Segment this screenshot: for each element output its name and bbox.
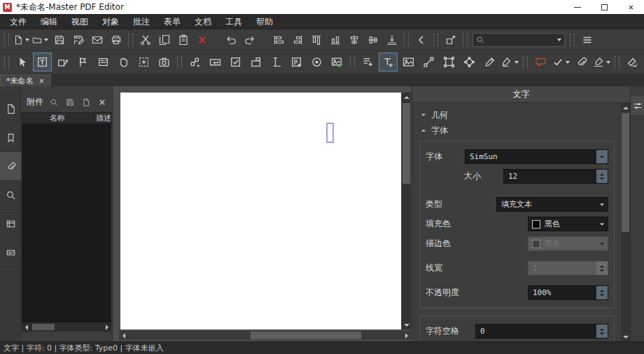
- delete-button[interactable]: [193, 32, 211, 48]
- toolbar-drag-handle[interactable]: [570, 34, 575, 46]
- document-page[interactable]: [120, 93, 401, 329]
- callout-tool-button[interactable]: [531, 53, 550, 72]
- dropdown-button[interactable]: [596, 198, 608, 211]
- canvas-horizontal-scrollbar[interactable]: [119, 331, 411, 340]
- select-tool-button[interactable]: [13, 53, 31, 72]
- bookmarks-panel-button[interactable]: [0, 123, 21, 152]
- dropdown-button[interactable]: [596, 217, 608, 231]
- scrollbar-thumb[interactable]: [251, 332, 361, 339]
- pages-panel-button[interactable]: [0, 95, 21, 123]
- center-horizontal-button[interactable]: [345, 32, 363, 48]
- layers-panel-button[interactable]: [0, 210, 21, 238]
- radio-button-tool-button[interactable]: [307, 53, 326, 72]
- column-description[interactable]: 描述: [94, 113, 112, 123]
- select-area-tool-button[interactable]: [134, 53, 153, 72]
- toolbar-drag-handle[interactable]: [433, 34, 438, 46]
- char-spacing-input[interactable]: 0: [475, 324, 608, 339]
- text-field-tool-button[interactable]: [206, 53, 225, 72]
- undo-button[interactable]: [222, 32, 239, 48]
- font-family-select[interactable]: SimSun: [465, 149, 608, 164]
- eraser-tool-button[interactable]: [623, 53, 642, 72]
- fit-page-button[interactable]: [442, 32, 459, 48]
- scrollbar-thumb[interactable]: [622, 113, 629, 232]
- menu-item-8[interactable]: 帮助: [249, 14, 280, 29]
- menu-item-3[interactable]: 对象: [95, 14, 126, 29]
- snapshot-tool-button[interactable]: [155, 53, 174, 72]
- scroll-left-icon[interactable]: [22, 322, 31, 332]
- hand-tool-button[interactable]: [114, 53, 133, 72]
- scroll-right-icon[interactable]: [102, 322, 111, 332]
- search-panel-button[interactable]: [0, 181, 21, 210]
- section-geometry[interactable]: 几何: [412, 107, 622, 123]
- scrollbar-thumb[interactable]: [32, 324, 55, 330]
- save-attachment-button[interactable]: [64, 97, 76, 108]
- align-bottom-button[interactable]: [326, 32, 344, 48]
- distribute-button[interactable]: [383, 32, 400, 48]
- send-email-button[interactable]: [88, 32, 106, 48]
- toolbar-drag-handle[interactable]: [463, 34, 468, 46]
- scroll-right-icon[interactable]: [402, 331, 411, 340]
- edit-text-tool-button[interactable]: [33, 53, 52, 72]
- signature-tool-button[interactable]: [500, 53, 519, 72]
- save-button[interactable]: [50, 32, 68, 48]
- form-fields-panel-button[interactable]: [0, 238, 21, 267]
- dropdown-arrow-icon[interactable]: [514, 61, 519, 64]
- scroll-down-icon[interactable]: [402, 320, 411, 329]
- text-cursor-tool-button[interactable]: [267, 53, 286, 72]
- toolbar-drag-handle[interactable]: [128, 34, 133, 46]
- section-font[interactable]: 字体: [412, 123, 622, 138]
- search-attachment-button[interactable]: [48, 97, 59, 108]
- dropdown-arrow-icon[interactable]: [566, 61, 570, 64]
- attach-file-tool-button[interactable]: [572, 53, 591, 72]
- maximize-button[interactable]: [591, 0, 617, 14]
- cut-button[interactable]: [136, 32, 154, 48]
- scroll-down-icon[interactable]: [621, 332, 630, 341]
- spinner-buttons[interactable]: [596, 325, 608, 338]
- scroll-up-icon[interactable]: [621, 103, 630, 112]
- opacity-input[interactable]: 100%: [528, 285, 608, 300]
- toolbar-drag-handle[interactable]: [4, 34, 9, 46]
- menu-item-1[interactable]: 编辑: [34, 14, 64, 29]
- toolbar-drag-handle[interactable]: [523, 56, 528, 69]
- redo-button[interactable]: [241, 32, 258, 48]
- rectangle-tool-button[interactable]: [440, 53, 458, 72]
- line-tool-button[interactable]: [419, 53, 438, 72]
- font-size-input[interactable]: 12: [503, 169, 608, 184]
- stamp-check-tool-button[interactable]: [552, 53, 570, 72]
- fill-color-select[interactable]: 黑色: [528, 217, 608, 231]
- properties-toggle-button[interactable]: [631, 96, 644, 115]
- toolbar-drag-handle[interactable]: [404, 34, 409, 46]
- dropdown-arrow-icon[interactable]: [606, 61, 610, 64]
- attachments-horizontal-scrollbar[interactable]: [22, 322, 111, 332]
- search-dropdown-icon[interactable]: [557, 39, 561, 41]
- menu-item-7[interactable]: 工具: [218, 14, 249, 29]
- toolbar-drag-handle[interactable]: [350, 56, 355, 69]
- attachments-panel-button[interactable]: [0, 152, 21, 181]
- align-top-button[interactable]: [307, 32, 325, 48]
- attachments-list[interactable]: [22, 124, 111, 322]
- menu-item-4[interactable]: 批注: [126, 14, 157, 29]
- tab-close-icon[interactable]: [38, 78, 45, 84]
- edit-object-tool-button[interactable]: [53, 53, 72, 72]
- document-search-box[interactable]: [472, 33, 565, 47]
- center-vertical-button[interactable]: [364, 32, 382, 48]
- print-button[interactable]: [107, 32, 125, 48]
- toolbar-drag-handle[interactable]: [615, 56, 620, 69]
- open-file-button[interactable]: [31, 32, 49, 48]
- dropdown-arrow-icon[interactable]: [44, 39, 48, 41]
- column-name[interactable]: 名称: [21, 113, 94, 123]
- toolbar-overflow-button[interactable]: [578, 32, 596, 48]
- toolbar-drag-handle[interactable]: [177, 56, 182, 69]
- polygon-tool-button[interactable]: [460, 53, 479, 72]
- text-type-select[interactable]: 填充文本: [496, 197, 608, 212]
- listbox-tool-button[interactable]: [287, 53, 306, 72]
- align-right-button[interactable]: [288, 32, 306, 48]
- delete-attachment-button[interactable]: [97, 97, 108, 108]
- combobox-tool-button[interactable]: [246, 53, 265, 72]
- copy-button[interactable]: [155, 32, 173, 48]
- flag-tool-button[interactable]: [74, 53, 92, 72]
- scroll-left-icon[interactable]: [119, 331, 128, 340]
- pencil-tool-button[interactable]: [480, 53, 499, 72]
- numbered-list-tool-button[interactable]: [358, 53, 377, 72]
- scroll-up-icon[interactable]: [402, 93, 411, 102]
